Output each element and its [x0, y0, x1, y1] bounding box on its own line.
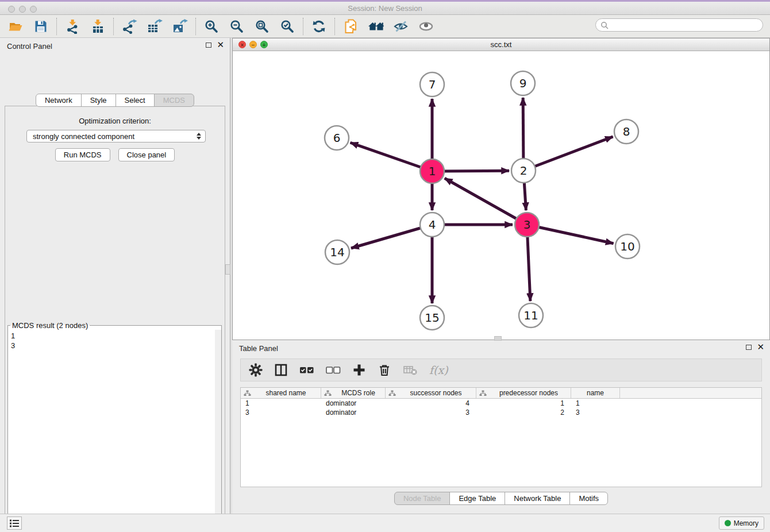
tab-select[interactable]: Select [116, 94, 155, 107]
refresh-view-button[interactable] [311, 18, 327, 34]
graph-node-7[interactable]: 7 [420, 72, 444, 97]
tab-motifs[interactable]: Motifs [569, 492, 608, 505]
table-settings-button[interactable] [249, 363, 263, 377]
tab-style[interactable]: Style [81, 94, 116, 107]
svg-text:1: 1 [429, 164, 436, 178]
tab-network-table[interactable]: Network Table [505, 492, 570, 505]
column-header-name[interactable]: name [571, 388, 620, 398]
open-session-button[interactable] [7, 18, 24, 34]
close-table-panel-icon[interactable]: ✕ [757, 344, 764, 350]
table-tabs: Node TableEdge TableNetwork TableMotifs [232, 492, 770, 505]
graph-node-3[interactable]: 3 [515, 213, 539, 237]
close-panel-icon[interactable]: ✕ [217, 41, 224, 48]
control-panel-tabs: NetworkStyleSelectMCDS [0, 94, 230, 107]
graph-node-6[interactable]: 6 [325, 126, 349, 150]
tab-node-table[interactable]: Node Table [394, 492, 451, 505]
run-mcds-button[interactable]: Run MCDS [55, 148, 110, 161]
export-network-button[interactable] [121, 18, 137, 34]
search-input[interactable] [611, 21, 758, 29]
save-session-button[interactable] [33, 18, 49, 34]
column-type-icon [324, 390, 332, 396]
graph-node-1[interactable]: 1 [420, 159, 444, 183]
column-header-MCDS-role[interactable]: MCDS role [321, 388, 386, 398]
graph-node-15[interactable]: 15 [420, 306, 444, 330]
tab-mcds[interactable]: MCDS [154, 94, 194, 107]
mcds-result-box: MCDS result (2 nodes) 1 3 [7, 321, 222, 532]
new-network-from-selection-button[interactable] [342, 18, 359, 34]
table-toolbar: f(x) [240, 358, 762, 381]
column-type-icon [479, 390, 487, 396]
zoom-out-button[interactable] [229, 18, 245, 34]
optimization-criterion-label: Optimization criterion: [5, 117, 225, 125]
svg-text:7: 7 [429, 78, 436, 91]
column-header-shared-name[interactable]: shared name [241, 388, 321, 398]
function-builder-button[interactable]: f(x) [429, 364, 448, 376]
result-scrollbar[interactable] [215, 330, 221, 532]
graph-node-10[interactable]: 10 [615, 234, 640, 259]
svg-text:8: 8 [623, 125, 630, 138]
graph-node-8[interactable]: 8 [614, 119, 638, 144]
svg-text:9: 9 [519, 76, 527, 90]
import-table-button[interactable] [90, 18, 106, 34]
table-panel: Table Panel ✕ [232, 340, 770, 514]
network-canvas[interactable]: 7968124314101511 [233, 51, 769, 340]
network-window-title: scc.txt [233, 38, 769, 51]
first-neighbors-button[interactable] [368, 18, 384, 34]
criterion-dropdown[interactable]: strongly connected component [26, 130, 206, 142]
add-column-button[interactable] [352, 363, 366, 377]
criterion-value: strongly connected component [27, 132, 195, 141]
table-row[interactable]: 1dominator411 [241, 399, 761, 408]
list-icon [9, 519, 20, 527]
network-view-window: × − + scc.txt 7968124314101511 [232, 38, 770, 340]
delete-table-button[interactable] [403, 364, 418, 376]
svg-text:10: 10 [620, 240, 634, 253]
column-split-icon [274, 363, 288, 377]
column-header-predecessor-nodes[interactable]: predecessor nodes [476, 388, 571, 398]
graph-node-9[interactable]: 9 [511, 71, 535, 95]
hide-selected-button[interactable] [393, 18, 409, 34]
main-toolbar [0, 15, 770, 38]
double-home-icon [368, 19, 384, 34]
float-panel-icon[interactable] [206, 43, 211, 48]
float-table-panel-icon[interactable] [746, 345, 752, 350]
svg-text:2: 2 [520, 164, 528, 178]
graph-node-11[interactable]: 11 [519, 303, 543, 327]
zoom-selected-button[interactable] [279, 18, 295, 34]
memory-label: Memory [734, 519, 759, 527]
vertical-splitter-handle[interactable] [225, 264, 230, 275]
task-history-button[interactable] [7, 516, 22, 530]
show-all-button[interactable] [418, 18, 434, 34]
import-network-button[interactable] [64, 18, 80, 34]
refresh-icon [311, 19, 326, 34]
save-floppy-icon [33, 19, 48, 34]
column-header-successor-nodes[interactable]: successor nodes [386, 388, 476, 398]
zoom-selected-icon [280, 19, 295, 34]
close-panel-button[interactable]: Close panel [118, 148, 175, 161]
edge-3-10 [527, 225, 614, 244]
zoom-fit-button[interactable] [254, 18, 270, 34]
deselect-all-button[interactable] [326, 365, 341, 375]
show-column-button[interactable] [274, 363, 288, 377]
export-table-button[interactable] [147, 18, 163, 34]
select-all-button[interactable] [299, 365, 314, 375]
graph-node-4[interactable]: 4 [420, 213, 444, 237]
memory-button[interactable]: Memory [719, 516, 764, 530]
mcds-panel: Optimization criterion: strongly connect… [5, 106, 225, 532]
horizontal-splitter-handle[interactable] [494, 336, 502, 341]
table-row[interactable]: 3dominator323 [241, 408, 761, 417]
tab-edge-table[interactable]: Edge Table [449, 492, 505, 505]
zoom-in-icon [204, 19, 219, 34]
graph-node-14[interactable]: 14 [325, 240, 349, 264]
graph-node-2[interactable]: 2 [511, 159, 536, 183]
application-window: Session: New Session [0, 0, 770, 532]
tab-network[interactable]: Network [36, 94, 82, 107]
zoom-fit-icon [255, 19, 270, 34]
zoom-in-button[interactable] [203, 18, 220, 34]
table-header-row: shared name MCDS role successor nodes pr… [241, 388, 761, 399]
search-box[interactable] [595, 18, 763, 32]
svg-text:14: 14 [330, 245, 344, 259]
export-image-button[interactable] [172, 18, 188, 34]
control-panel: Control Panel ✕ NetworkStyleSelectMCDS O… [0, 38, 230, 514]
delete-column-button[interactable] [378, 363, 391, 377]
control-panel-title: Control Panel [7, 42, 52, 51]
